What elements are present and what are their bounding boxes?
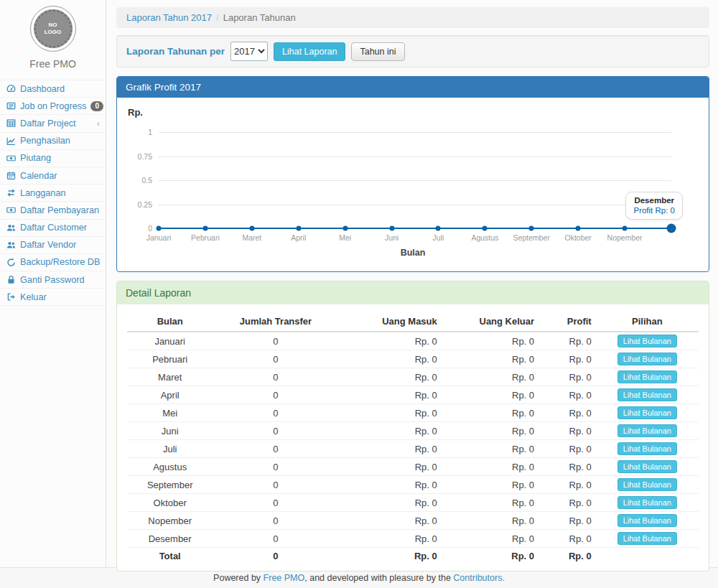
gridline <box>159 157 671 157</box>
cell-uang-masuk: Rp. 0 <box>339 404 442 422</box>
cell-bulan: September <box>127 476 213 494</box>
lihat-bulanan-button-januari[interactable]: Lihat Bulanan <box>617 335 677 347</box>
data-point-april[interactable] <box>296 226 301 231</box>
cell-uang-masuk: Rp. 0 <box>339 350 442 368</box>
lihat-bulanan-button-september[interactable]: Lihat Bulanan <box>617 478 677 491</box>
tahun-ini-button[interactable]: Tahun ini <box>351 42 404 61</box>
data-point-pebruari[interactable] <box>202 226 208 231</box>
sidebar-item-label: Daftar Project <box>20 118 76 129</box>
sidebar-item-daftar-project[interactable]: Daftar Project‹ <box>0 115 106 132</box>
users-icon <box>6 223 16 233</box>
sidebar-item-daftar-vendor[interactable]: Daftar Vendor <box>0 237 106 254</box>
sidebar-item-calendar[interactable]: Calendar <box>0 167 106 185</box>
refresh-icon <box>6 257 16 267</box>
lihat-bulanan-button-nopember[interactable]: Lihat Bulanan <box>617 514 677 527</box>
chart-panel-body: Rp. Desember Profit Rp: 0 10.750.50.250J… <box>117 98 709 271</box>
free-pmo-link[interactable]: Free PMO <box>264 573 305 583</box>
sidebar-item-label: Calendar <box>20 171 57 181</box>
cell-uang-keluar: Rp. 0 <box>442 422 538 440</box>
cell-bulan: Juni <box>127 422 213 440</box>
lihat-bulanan-button-agustus[interactable]: Lihat Bulanan <box>617 460 677 473</box>
x-axis-label-mei: Mei <box>339 233 351 242</box>
cell-pilihan: Lihat Bulanan <box>596 530 699 548</box>
cell-pilihan: Lihat Bulanan <box>596 494 699 512</box>
column-header-pilihan: Pilihan <box>596 312 699 332</box>
data-point-mei[interactable] <box>342 226 348 231</box>
data-point-januari[interactable] <box>157 226 162 231</box>
y-axis-tick-label: 0.75 <box>138 152 152 161</box>
cell-profit: Rp. 0 <box>538 476 596 494</box>
table-row-juni: Juni0Rp. 0Rp. 0Rp. 0Lihat Bulanan <box>127 422 699 440</box>
column-header-uang-masuk: Uang Masuk <box>339 312 442 332</box>
contributors-link[interactable]: Contributors. <box>453 573 505 583</box>
cell-uang-keluar: Rp. 0 <box>442 350 538 368</box>
sidebar-item-daftar-customer[interactable]: Daftar Customer <box>0 220 106 237</box>
sidebar-item-keluar[interactable]: Keluar <box>0 289 106 306</box>
cell-profit: Rp. 0 <box>538 440 596 458</box>
lihat-laporan-button[interactable]: Lihat Laporan <box>274 42 345 61</box>
page-layout: NO LOGO Free PMO DashboardJob on Progres… <box>0 0 718 567</box>
sidebar-item-label: Daftar Vendor <box>20 240 76 250</box>
cell-bulan: Mei <box>127 404 213 422</box>
cell-uang-keluar: Rp. 0 <box>442 530 538 548</box>
data-point-september[interactable] <box>529 226 534 231</box>
lihat-bulanan-button-mei[interactable]: Lihat Bulanan <box>617 406 677 419</box>
sidebar-item-label: Keluar <box>20 292 47 302</box>
data-point-nopember[interactable] <box>623 226 628 231</box>
cell-bulan: Juli <box>127 440 213 458</box>
chart-plot-area: Desember Profit Rp: 0 10.750.50.250Janua… <box>159 132 671 228</box>
sidebar-item-dashboard[interactable]: Dashboard <box>0 80 106 98</box>
lihat-bulanan-button-oktober[interactable]: Lihat Bulanan <box>617 496 677 509</box>
lock-icon <box>6 275 16 285</box>
lihat-bulanan-button-juni[interactable]: Lihat Bulanan <box>617 424 677 437</box>
data-point-maret[interactable] <box>249 226 254 231</box>
data-point-oktober[interactable] <box>576 226 581 231</box>
year-select[interactable]: 2017 <box>230 42 268 61</box>
x-axis-title: Bulan <box>127 248 699 258</box>
cell-jumlah-transfer: 0 <box>213 494 338 512</box>
sidebar-item-piutang[interactable]: Piutang <box>0 150 106 167</box>
lihat-bulanan-button-desember[interactable]: Lihat Bulanan <box>617 532 677 545</box>
cell-uang-masuk: Rp. 0 <box>339 458 442 476</box>
cell-pilihan: Lihat Bulanan <box>596 368 699 386</box>
sidebar-item-ganti-password[interactable]: Ganti Password <box>0 271 106 289</box>
lihat-bulanan-button-maret[interactable]: Lihat Bulanan <box>617 370 677 383</box>
table-row-januari: Januari0Rp. 0Rp. 0Rp. 0Lihat Bulanan <box>127 332 699 350</box>
column-header-bulan: Bulan <box>127 312 213 332</box>
data-point-juni[interactable] <box>389 226 394 231</box>
sidebar-item-job-on-progress[interactable]: Job on Progress0 <box>0 98 106 115</box>
cell-jumlah-transfer: 0 <box>213 458 338 476</box>
cell-uang-keluar: Rp. 0 <box>442 368 538 386</box>
lihat-bulanan-button-april[interactable]: Lihat Bulanan <box>617 388 677 401</box>
table-row-juli: Juli0Rp. 0Rp. 0Rp. 0Lihat Bulanan <box>127 440 699 458</box>
sidebar-item-backup-restore-db[interactable]: Backup/Restore DB <box>0 254 106 271</box>
cell-jumlah-transfer: 0 <box>213 368 338 386</box>
cell-bulan: April <box>127 386 213 404</box>
table-row-desember: Desember0Rp. 0Rp. 0Rp. 0Lihat Bulanan <box>127 530 699 548</box>
lihat-bulanan-button-juli[interactable]: Lihat Bulanan <box>617 442 677 455</box>
cell-profit: Rp. 0 <box>538 332 596 350</box>
sidebar-item-daftar-pembayaran[interactable]: Daftar Pembayaran <box>0 202 106 219</box>
logo: NO LOGO <box>30 6 76 52</box>
data-point-desember[interactable] <box>667 224 676 233</box>
cell-profit: Rp. 0 <box>538 368 596 386</box>
table-icon <box>6 118 16 129</box>
cell-bulan: Pebruari <box>127 350 213 368</box>
table-row-agustus: Agustus0Rp. 0Rp. 0Rp. 0Lihat Bulanan <box>127 458 699 476</box>
cell-uang-keluar: Rp. 0 <box>442 512 538 530</box>
line-chart-icon <box>6 136 16 146</box>
data-point-agustus[interactable] <box>482 226 488 231</box>
year-filter-label: Laporan Tahunan per <box>126 46 225 57</box>
detail-panel-title: Detail Laporan <box>117 281 709 304</box>
cell-uang-masuk: Rp. 0 <box>339 476 442 494</box>
sidebar-item-langganan[interactable]: Langganan <box>0 185 106 202</box>
data-point-juli[interactable] <box>436 226 441 231</box>
cell-pilihan: Lihat Bulanan <box>596 404 699 422</box>
lihat-bulanan-button-pebruari[interactable]: Lihat Bulanan <box>617 353 677 365</box>
breadcrumb-link-laporan-tahun[interactable]: Laporan Tahun 2017 <box>126 12 212 23</box>
gridline <box>159 132 671 133</box>
cell-profit: Rp. 0 <box>538 404 596 422</box>
sidebar-item-penghasilan[interactable]: Penghasilan <box>0 133 106 150</box>
profit-chart-panel: Grafik Profit 2017 Rp. Desember Profit R… <box>116 76 709 272</box>
x-axis-label-maret: Maret <box>242 233 261 242</box>
